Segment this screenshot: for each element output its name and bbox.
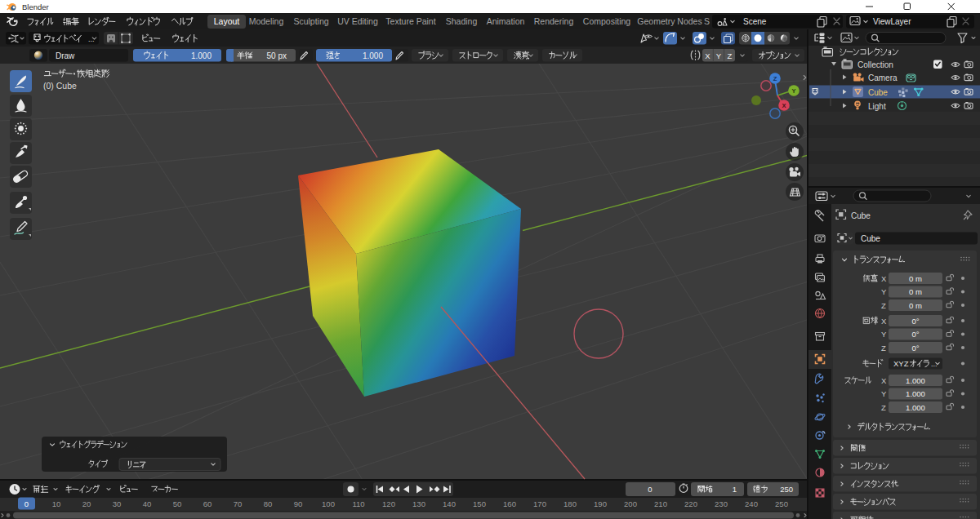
svg-text:1.000: 1.000 [191, 51, 212, 60]
svg-text:Scene: Scene [743, 17, 767, 26]
svg-text:80: 80 [264, 499, 273, 508]
svg-text:1.000: 1.000 [363, 51, 383, 60]
svg-text:Y: Y [716, 51, 722, 60]
svg-text:Y: Y [791, 87, 795, 95]
svg-text:Rendering: Rendering [534, 16, 574, 26]
svg-text:110: 110 [352, 499, 364, 508]
svg-text:Cube: Cube [851, 211, 871, 220]
svg-text:0°: 0° [911, 344, 919, 353]
svg-text:X: X [782, 102, 786, 109]
svg-text:Z: Z [881, 344, 886, 353]
svg-text:220: 220 [684, 499, 697, 508]
svg-text:X: X [881, 274, 887, 283]
svg-text:90: 90 [294, 499, 303, 508]
svg-text:0 m: 0 m [909, 287, 922, 296]
svg-text:0 m: 0 m [909, 274, 922, 283]
svg-text:210: 210 [654, 499, 667, 508]
svg-text:Cube: Cube [868, 88, 888, 97]
svg-text:Cube: Cube [861, 234, 880, 243]
svg-text:Light: Light [868, 102, 886, 111]
svg-text:Animation: Animation [487, 16, 525, 26]
svg-text:60: 60 [203, 499, 212, 508]
svg-text:Z: Z [881, 301, 886, 310]
svg-text:Z: Z [773, 75, 777, 82]
svg-text:Shading: Shading [446, 16, 478, 26]
svg-text:(0) Cube: (0) Cube [43, 81, 77, 91]
svg-text:Z: Z [727, 51, 732, 60]
svg-text:20: 20 [82, 499, 91, 508]
svg-text:XYZ: XYZ [893, 359, 909, 368]
svg-text:0°: 0° [911, 317, 919, 326]
svg-text:120: 120 [382, 499, 395, 508]
svg-text:S: S [704, 16, 710, 26]
svg-text:Geometry Nodes: Geometry Nodes [637, 16, 702, 26]
svg-text:Y: Y [881, 389, 887, 398]
svg-text:Layout: Layout [214, 16, 240, 26]
svg-text:0°: 0° [911, 330, 919, 339]
svg-text:30: 30 [113, 499, 122, 508]
svg-text:Compositing: Compositing [583, 16, 631, 26]
svg-text:40: 40 [143, 499, 152, 508]
svg-text:Blender: Blender [22, 2, 49, 11]
svg-text:0 m: 0 m [909, 301, 922, 310]
svg-text:50: 50 [173, 499, 182, 508]
svg-text:150: 150 [473, 499, 486, 508]
svg-text:Z: Z [881, 403, 886, 412]
svg-text:0: 0 [24, 499, 29, 508]
svg-text:Collection: Collection [858, 60, 893, 69]
svg-text:180: 180 [564, 499, 577, 508]
svg-text:240: 240 [745, 499, 758, 508]
svg-text:1.000: 1.000 [906, 403, 925, 412]
svg-text:100: 100 [322, 499, 335, 508]
svg-text:Camera: Camera [868, 73, 898, 82]
svg-text:190: 190 [594, 499, 607, 508]
svg-text:0: 0 [648, 485, 652, 494]
svg-text:Draw: Draw [56, 51, 75, 60]
svg-text:1.000: 1.000 [906, 376, 925, 385]
svg-text:160: 160 [503, 499, 516, 508]
svg-text:Sculpting: Sculpting [293, 16, 328, 26]
svg-text:10: 10 [52, 499, 61, 508]
svg-text:130: 130 [412, 499, 425, 508]
svg-text:1.000: 1.000 [906, 389, 925, 398]
svg-text:X: X [881, 317, 887, 326]
svg-text:Texture Paint: Texture Paint [385, 16, 435, 26]
svg-text:ViewLayer: ViewLayer [873, 17, 911, 26]
svg-text:250: 250 [775, 499, 788, 508]
svg-text:170: 170 [533, 499, 546, 508]
svg-text:...: ... [931, 360, 938, 368]
svg-text:Modeling: Modeling [249, 16, 284, 26]
svg-text:50 px: 50 px [267, 51, 287, 60]
svg-text:1: 1 [733, 485, 737, 494]
svg-text:140: 140 [443, 499, 456, 508]
svg-text:70: 70 [234, 499, 243, 508]
svg-text:200: 200 [624, 499, 637, 508]
svg-text:250: 250 [780, 485, 793, 494]
svg-text:Y: Y [881, 287, 887, 296]
svg-text:X: X [881, 376, 887, 385]
svg-text:Y: Y [881, 330, 887, 339]
svg-text:UV Editing: UV Editing [337, 16, 378, 26]
svg-text:230: 230 [715, 499, 728, 508]
svg-text:X: X [705, 51, 710, 60]
